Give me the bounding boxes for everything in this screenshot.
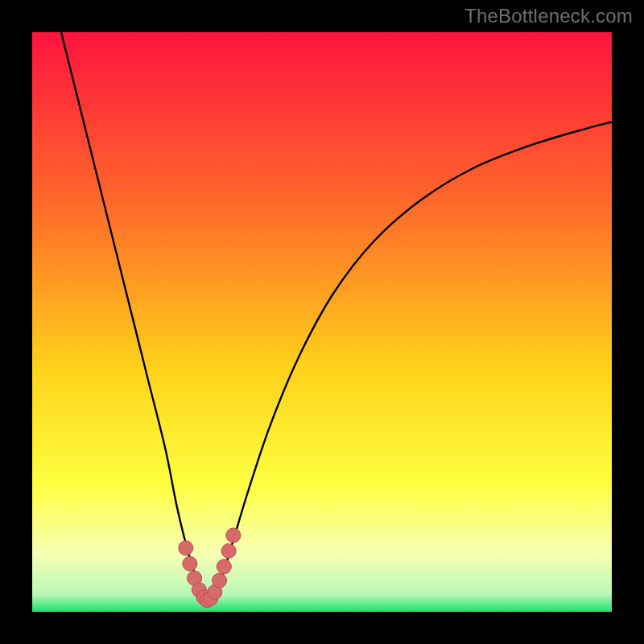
valley-marker <box>213 573 227 588</box>
valley-marker <box>179 541 193 555</box>
valley-marker <box>221 543 236 558</box>
outer-frame: TheBottleneck.com <box>0 0 644 644</box>
valley-marker <box>183 556 197 571</box>
valley-marker <box>217 559 231 574</box>
plot-area <box>32 32 612 612</box>
gradient-background <box>32 32 612 612</box>
chart-svg <box>32 32 612 612</box>
valley-marker <box>226 528 241 543</box>
watermark-text: TheBottleneck.com <box>464 5 633 27</box>
